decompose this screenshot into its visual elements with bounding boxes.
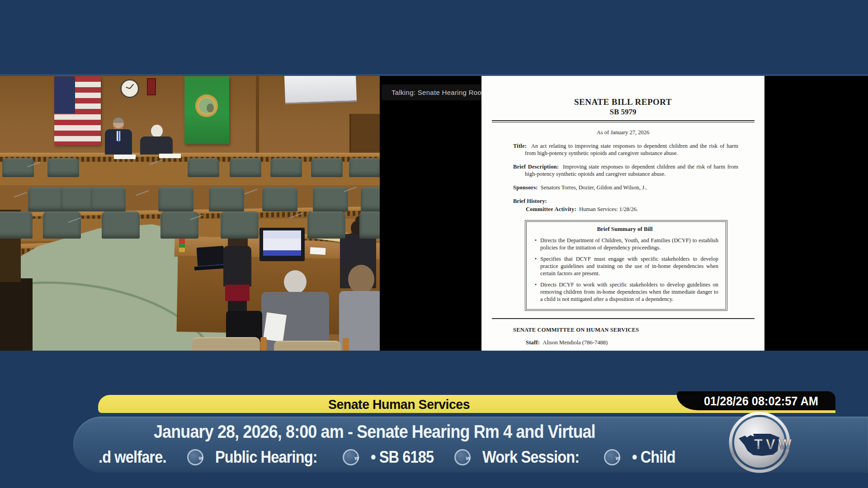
dais-chair: [158, 187, 193, 211]
alarm-box: [147, 78, 156, 95]
desk-microphone: [245, 189, 258, 194]
dais-chair: [28, 187, 63, 211]
desk-microphone: [14, 192, 27, 197]
official-male: [103, 118, 134, 155]
summary-bullet: •Specifies that DCYF must engage with sp…: [531, 255, 718, 277]
laptop: [259, 228, 305, 261]
doc-title-paragraph: Title: An act relating to improving stat…: [513, 142, 738, 157]
dais-chair: [307, 211, 345, 239]
nameplate: [114, 155, 136, 159]
us-flag: [54, 76, 101, 145]
dais-chair: [47, 158, 79, 177]
dais-chair: [311, 158, 343, 177]
dais-chair: [361, 187, 380, 211]
chair-post: [343, 338, 349, 351]
ticker-item: Work Session:: [482, 448, 579, 467]
summary-bullet: •Directs DCYF to work with specific stak…: [531, 281, 718, 303]
tvw-bullet-icon: [454, 449, 471, 465]
dais-tier1-lip: [0, 153, 380, 157]
ticker-item: .d welfare.: [99, 448, 166, 467]
dais-chair: [349, 158, 380, 177]
tvw-logo: TVW: [727, 409, 804, 477]
agenda-ticker: .d welfare.Public Hearing:• SB 6185Work …: [99, 446, 681, 469]
dais-chair: [359, 211, 380, 239]
dais-chair: [262, 187, 297, 211]
doc-rule: [492, 318, 755, 320]
doc-staff: Staff: Alison Mendiola (786-7488): [526, 339, 738, 346]
doc-brief-description: Brief Description: Improving state respo…: [513, 163, 738, 178]
hearing-room-video: [0, 76, 380, 351]
dais-chair: [160, 211, 198, 239]
doc-title: SENATE BILL REPORT: [481, 76, 764, 106]
dark-corner: [0, 278, 33, 351]
wood-cabinet: [349, 114, 380, 157]
doc-committee-heading: SENATE COMMITTEE ON HUMAN SERVICES: [513, 326, 738, 333]
nameplate: [159, 154, 181, 158]
ticker-item: • SB 6185: [371, 448, 434, 467]
dais-chair: [0, 211, 33, 239]
audience-chair: [274, 341, 341, 351]
dais-chair: [90, 187, 126, 211]
summary-heading: Brief Summary of Bill: [531, 225, 718, 233]
doc-brief-history: Brief History:: [513, 197, 738, 205]
wall-clock: [120, 79, 139, 98]
summary-bullets: •Directs the Department of Children, You…: [531, 237, 718, 303]
tvw-bullet-icon: [187, 449, 203, 465]
media-band: Talking: Senate Hearing Roo.. SENATE BIL…: [0, 76, 868, 351]
audience-chair: [192, 337, 260, 351]
doc-as-of: As of January 27, 2026: [481, 129, 764, 136]
ticker-item: • Child: [632, 448, 675, 467]
dais-chair: [221, 211, 259, 239]
dais-chair: [188, 158, 219, 177]
desk-microphone: [136, 190, 149, 196]
talking-label: Talking: Senate Hearing Roo..: [382, 84, 494, 100]
tvw-bullet-icon: [604, 449, 620, 465]
dais-chair: [102, 211, 140, 239]
committee-name: Senate Human Services: [113, 395, 684, 413]
chair-post: [260, 337, 267, 351]
desk-card: [310, 247, 326, 255]
dais-chair: [270, 158, 302, 177]
tvw-bullet-icon: [343, 449, 359, 465]
official-female: [139, 125, 175, 155]
projection-screen: [284, 76, 357, 104]
ticker-item: Public Hearing:: [215, 448, 317, 467]
desk-object: [179, 238, 185, 252]
svg-text:TVW: TVW: [754, 436, 795, 452]
doc-sponsors: Sponsors: Senators Torres, Dozier, Gildo…: [513, 184, 738, 191]
washington-flag: [184, 76, 229, 144]
dais-chair: [2, 158, 34, 177]
screen-share-panel: Talking: Senate Hearing Roo.. SENATE BIL…: [380, 76, 868, 351]
dais-chair: [313, 187, 348, 211]
timestamp: 01/28/26 08:02:57 AM: [694, 391, 827, 410]
wall-trim: [256, 76, 259, 157]
doc-bill-number: SB 5979: [481, 108, 764, 116]
doc-committee-activity: Committee Activity: Human Services: 1/28…: [526, 206, 738, 213]
dais-chair: [230, 158, 261, 177]
summary-bullet: •Directs the Department of Children, You…: [531, 237, 718, 251]
dais-chair: [209, 187, 244, 211]
dais-chair: [43, 211, 81, 239]
doc-rule: [492, 120, 755, 122]
session-line: January 28, 2026, 8:00 am - Senate Heari…: [154, 419, 595, 443]
audience-man: [261, 270, 329, 351]
brief-summary-box: Brief Summary of Bill •Directs the Depar…: [525, 220, 727, 311]
timestamp-box: 01/28/26 08:02:57 AM: [677, 391, 835, 410]
bill-report-document: SENATE BILL REPORT SB 5979 As of January…: [481, 76, 764, 351]
